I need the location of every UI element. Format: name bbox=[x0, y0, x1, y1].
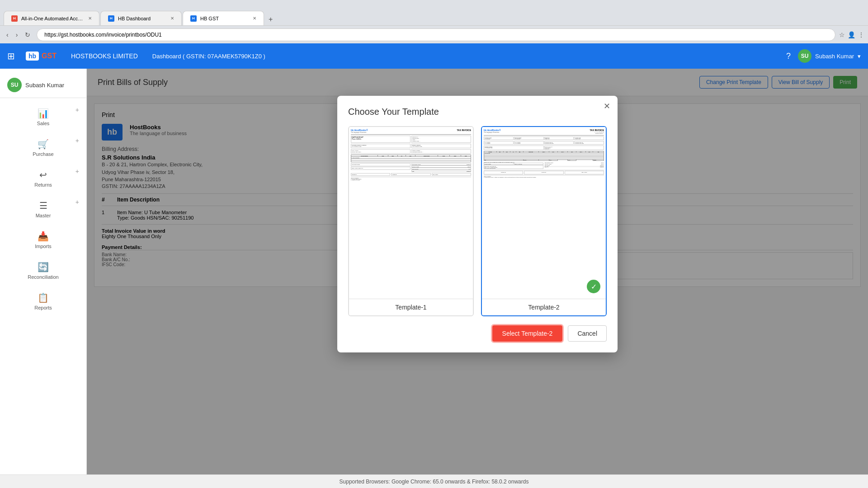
template-1-card[interactable]: hb HostBooks® The language of business T… bbox=[348, 126, 474, 316]
sidebar: SU Subash Kumar 📊 Sales + 🛒 Purchase + ↩… bbox=[0, 69, 87, 474]
address-right: ☆ 👤 ⋮ bbox=[839, 31, 864, 38]
template-2-preview: hb HostBooks® The language of business T… bbox=[482, 127, 606, 299]
template-2-check-icon: ✓ bbox=[587, 280, 600, 293]
template-2-content: hb HostBooks® The language of business T… bbox=[482, 127, 606, 299]
status-browsers: Google Chrome: 65.0 onwards & Firefox: 5… bbox=[392, 479, 529, 485]
template-1-name: Template-1 bbox=[349, 299, 473, 315]
menu-icon[interactable]: ⋮ bbox=[858, 31, 864, 38]
sidebar-avatar: SU bbox=[7, 78, 22, 92]
logo-gst: GST bbox=[42, 52, 57, 60]
top-navbar: ⊞ hb GST HOSTBOOKS LIMITED Dashboard ( G… bbox=[0, 43, 868, 69]
sidebar-label-master: Master bbox=[36, 213, 51, 218]
sidebar-item-returns[interactable]: ↩ Returns + bbox=[4, 164, 83, 193]
sidebar-label-returns: Returns bbox=[34, 182, 52, 188]
template-2-card[interactable]: hb HostBooks® The language of business T… bbox=[481, 126, 607, 316]
tab-close-1[interactable]: ✕ bbox=[88, 16, 92, 21]
purchase-icon: 🛒 bbox=[38, 139, 49, 150]
new-tab-button[interactable]: + bbox=[265, 14, 276, 25]
master-add-icon[interactable]: + bbox=[75, 198, 79, 206]
sidebar-label-purchase: Purchase bbox=[33, 151, 53, 157]
template-1-content: hb HostBooks® The language of business T… bbox=[349, 127, 473, 299]
modal-overlay: Choose Your Template ✕ hb HostBooks® bbox=[87, 69, 868, 474]
nav-user[interactable]: SU Subash Kumar ▾ bbox=[798, 49, 861, 63]
sales-add-icon[interactable]: + bbox=[75, 106, 79, 113]
app-container: ⊞ hb GST HOSTBOOKS LIMITED Dashboard ( G… bbox=[0, 43, 868, 488]
sidebar-label-reconciliation: Reconciliation bbox=[28, 274, 58, 280]
sales-icon: 📊 bbox=[38, 108, 49, 119]
modal-buttons: Select Template-2 Cancel bbox=[348, 325, 607, 342]
sidebar-item-reports[interactable]: 📋 Reports bbox=[4, 287, 83, 316]
status-text: Supported Browsers: bbox=[340, 479, 390, 485]
tab-title-3: HB GST bbox=[200, 16, 219, 21]
main-area: SU Subash Kumar 📊 Sales + 🛒 Purchase + ↩… bbox=[0, 69, 868, 474]
reload-button[interactable]: ↻ bbox=[22, 30, 33, 39]
sidebar-label-imports: Imports bbox=[35, 244, 52, 249]
status-bar: Supported Browsers: Google Chrome: 65.0 … bbox=[0, 474, 868, 488]
sidebar-item-sales[interactable]: 📊 Sales + bbox=[4, 103, 83, 131]
tab-favicon-2: H bbox=[108, 15, 114, 22]
content-area: Print Bills of Supply Change Print Templ… bbox=[87, 69, 868, 474]
tab-allInOne[interactable]: H All-in-One Automated Accoun... ✕ bbox=[4, 11, 99, 25]
sidebar-user: SU Subash Kumar bbox=[0, 72, 86, 98]
modal-close-button[interactable]: ✕ bbox=[604, 101, 610, 111]
tab-close-2[interactable]: ✕ bbox=[170, 16, 174, 21]
sidebar-username: Subash Kumar bbox=[25, 82, 64, 89]
sidebar-item-master[interactable]: ☰ Master + bbox=[4, 195, 83, 224]
select-template-button[interactable]: Select Template-2 bbox=[492, 325, 563, 342]
purchase-add-icon[interactable]: + bbox=[75, 137, 79, 144]
tab-favicon-1: H bbox=[11, 15, 18, 22]
cancel-modal-button[interactable]: Cancel bbox=[568, 325, 607, 342]
user-dropdown-icon[interactable]: ▾ bbox=[858, 53, 861, 60]
bookmark-icon[interactable]: ☆ bbox=[839, 31, 845, 38]
sidebar-item-imports[interactable]: 📥 Imports bbox=[4, 225, 83, 254]
tab-title-2: HB Dashboard bbox=[118, 16, 151, 21]
modal-title: Choose Your Template bbox=[348, 107, 607, 117]
master-icon: ☰ bbox=[39, 200, 47, 211]
tab-dashboard[interactable]: H HB Dashboard ✕ bbox=[100, 11, 182, 25]
tab-favicon-3: H bbox=[190, 15, 197, 22]
sidebar-item-reconciliation[interactable]: 🔄 Reconciliation bbox=[4, 256, 83, 285]
nav-buttons: ‹ › ↻ bbox=[4, 30, 33, 39]
returns-add-icon[interactable]: + bbox=[75, 168, 79, 175]
logo-hb: hb bbox=[26, 52, 39, 61]
imports-icon: 📥 bbox=[38, 231, 49, 242]
tab-title-1: All-in-One Automated Accoun... bbox=[21, 16, 85, 21]
user-name-nav: Subash Kumar bbox=[815, 53, 854, 60]
address-input[interactable] bbox=[37, 28, 835, 41]
nav-logo: hb GST bbox=[26, 52, 57, 61]
tab-hbgst[interactable]: H HB GST ✕ bbox=[183, 11, 264, 25]
grid-icon[interactable]: ⊞ bbox=[7, 51, 15, 61]
browser-tabs: H All-in-One Automated Accoun... ✕ H HB … bbox=[0, 0, 868, 25]
template-2-name: Template-2 bbox=[482, 299, 606, 315]
user-avatar-nav: SU bbox=[798, 49, 811, 63]
sidebar-item-purchase[interactable]: 🛒 Purchase + bbox=[4, 133, 83, 162]
templates-container: hb HostBooks® The language of business T… bbox=[348, 126, 607, 316]
template-1-preview: hb HostBooks® The language of business T… bbox=[349, 127, 473, 299]
nav-dashboard-link[interactable]: Dashboard ( GSTIN: 07AAMEK5790K1Z0 ) bbox=[152, 53, 265, 60]
tab-close-3[interactable]: ✕ bbox=[253, 16, 256, 21]
reports-icon: 📋 bbox=[38, 292, 49, 303]
returns-icon: ↩ bbox=[39, 169, 47, 180]
address-bar: ‹ › ↻ ☆ 👤 ⋮ bbox=[0, 25, 868, 43]
modal: Choose Your Template ✕ hb HostBooks® bbox=[337, 96, 618, 352]
user-icon[interactable]: 👤 bbox=[848, 31, 855, 38]
browser-chrome: H All-in-One Automated Accoun... ✕ H HB … bbox=[0, 0, 868, 25]
back-button[interactable]: ‹ bbox=[4, 30, 11, 39]
sidebar-label-sales: Sales bbox=[37, 121, 50, 126]
reconciliation-icon: 🔄 bbox=[38, 262, 49, 272]
forward-button[interactable]: › bbox=[13, 30, 21, 39]
company-name: HOSTBOOKS LIMITED bbox=[71, 52, 138, 60]
sidebar-label-reports: Reports bbox=[34, 305, 52, 310]
help-icon[interactable]: ? bbox=[786, 52, 791, 61]
